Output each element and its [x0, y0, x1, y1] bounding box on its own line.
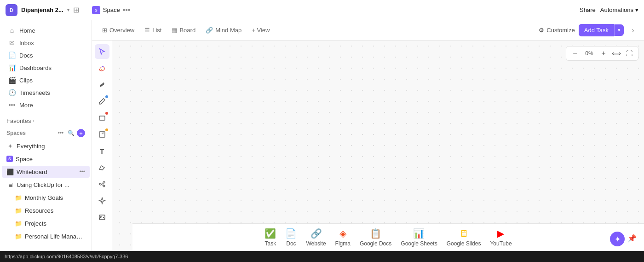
share-button[interactable]: Share — [580, 6, 596, 13]
spaces-add-button[interactable]: + — [77, 129, 85, 137]
spaces-more-icon[interactable]: ••• — [57, 129, 65, 137]
canvas-area[interactable]: − 0% + ⟺ ⛶ ✅ Task 📄 Do — [112, 41, 644, 251]
link-tool-button[interactable] — [95, 77, 109, 92]
header-right: Share Automations ▾ — [580, 6, 638, 13]
more-icon: ••• — [8, 101, 16, 109]
bottom-toolbar: ✅ Task 📄 Doc 🔗 Website ◈ — [132, 223, 644, 251]
dashboards-icon: 📊 — [8, 64, 16, 71]
spaces-actions: ••• 🔍 + — [57, 129, 85, 137]
sidebar-item-home[interactable]: ⌂ Home — [2, 24, 90, 36]
website-tool-icon: 🔗 — [310, 228, 322, 239]
whiteboard-icon: ⬛ — [6, 168, 14, 175]
list-tab-icon: ☰ — [144, 27, 150, 34]
main-area: ⌂ Home ✉ Inbox 📄 Docs 📊 Dashboards 🎬 — [0, 20, 644, 251]
automations-chevron-icon: ▾ — [635, 6, 638, 13]
tab-overview[interactable]: ⊞ Overview — [98, 24, 139, 36]
personal-life-label: Personal Life Management — [25, 233, 85, 240]
space-item-label: Space — [16, 156, 72, 163]
help-button[interactable]: ✦ — [610, 232, 625, 246]
image-tool-button[interactable] — [95, 210, 109, 225]
sidebar-item-dashboards[interactable]: 📊 Dashboards — [2, 62, 90, 74]
sidebar-item-timesheets[interactable]: 🕐 Timesheets — [2, 87, 90, 99]
space-add-icon[interactable]: + — [81, 155, 85, 163]
sidebar-item-whiteboard[interactable]: ⬛ Whiteboard ••• — [2, 166, 90, 178]
sparkle-icon — [98, 197, 106, 204]
zoom-out-button[interactable]: − — [570, 48, 580, 58]
pin-button[interactable]: 📌 — [626, 232, 638, 245]
whiteboard-canvas[interactable]: T — [92, 41, 644, 251]
header-left: D Dipanjenah 2... ▾ ⊞ S Space ••• — [6, 4, 130, 16]
bottom-tool-figma[interactable]: ◈ Figma — [335, 228, 351, 247]
resources-icon: 📁 — [15, 207, 22, 214]
workspace-name[interactable]: Dipanjenah 2... — [21, 6, 63, 13]
select-icon — [98, 48, 106, 55]
using-clickup-more-icon[interactable]: ••• — [75, 181, 80, 188]
sidebar-item-personal-life[interactable]: 📁 Personal Life Management — [2, 230, 90, 242]
bottom-tool-google-docs[interactable]: 📋 Google Docs — [360, 228, 391, 247]
overview-tab-icon: ⊞ — [102, 27, 107, 34]
bottom-tool-doc[interactable]: 📄 Doc — [285, 228, 297, 247]
space-label[interactable]: Space — [103, 6, 120, 13]
sidebar-item-everything[interactable]: ✦ Everything — [2, 140, 90, 152]
network-icon — [98, 180, 106, 188]
sidebar-item-more[interactable]: ••• More — [2, 99, 90, 111]
add-task-btn-group: Add Task ▾ — [579, 24, 624, 36]
sidebar-item-space[interactable]: S Space ••• + — [2, 153, 90, 165]
bottom-tool-youtube[interactable]: ▶ YouTube — [490, 228, 512, 247]
zoom-in-button[interactable]: + — [598, 48, 609, 58]
add-view-button[interactable]: + View — [247, 24, 274, 36]
spaces-search-icon[interactable]: 🔍 — [67, 129, 75, 137]
shape-dot — [105, 112, 108, 115]
add-task-button[interactable]: Add Task — [579, 24, 614, 36]
eraser-tool-button[interactable] — [95, 160, 109, 175]
home-icon: ⌂ — [8, 27, 16, 34]
sparkle-tool-button[interactable] — [95, 193, 109, 208]
svg-rect-2 — [99, 116, 105, 120]
using-clickup-add-icon[interactable]: + — [81, 181, 85, 188]
google-sheets-tool-icon: 📊 — [413, 228, 425, 239]
zoom-fullscreen-button[interactable]: ⛶ — [624, 48, 634, 58]
inbox-icon: ✉ — [8, 39, 16, 47]
view-tabs: ⊞ Overview ☰ List ▦ Board 🔗 Mind Map — [98, 24, 274, 36]
view-toolbar: ⊞ Overview ☰ List ▦ Board 🔗 Mind Map — [92, 20, 644, 41]
sidebar-item-monthly-goals[interactable]: 📁 Monthly Goals — [2, 192, 90, 204]
pen-tool-button[interactable] — [95, 94, 109, 109]
link-icon — [98, 81, 106, 88]
tab-mind-map[interactable]: 🔗 Mind Map — [201, 24, 246, 36]
select-tool-button[interactable] — [95, 44, 109, 59]
sticky-tool-button[interactable] — [95, 127, 109, 142]
text-tool-button[interactable]: T — [95, 144, 109, 158]
automations-button[interactable]: Automations ▾ — [600, 6, 638, 13]
layout-toggle-icon[interactable]: ⊞ — [73, 6, 79, 14]
workspace-avatar[interactable]: D — [6, 4, 17, 16]
draw-tool-button[interactable] — [95, 61, 109, 76]
mind-map-tab-icon: 🔗 — [206, 27, 213, 34]
favorites-row[interactable]: Favorites › — [0, 115, 92, 127]
shape-tool-button[interactable] — [95, 111, 109, 125]
customize-button[interactable]: ⚙ Customize — [539, 27, 575, 34]
workspace-chevron-icon[interactable]: ▾ — [67, 7, 69, 12]
zoom-fit-button[interactable]: ⟺ — [611, 48, 621, 58]
bottom-tool-google-slides[interactable]: 🖥 Google Slides — [447, 228, 481, 247]
sidebar-item-projects[interactable]: 📁 Projects — [2, 217, 90, 229]
network-tool-button[interactable] — [95, 177, 109, 192]
sidebar-item-inbox[interactable]: ✉ Inbox — [2, 37, 90, 49]
personal-life-icon: 📁 — [15, 233, 22, 240]
sidebar-item-resources[interactable]: 📁 Resources — [2, 204, 90, 216]
space-more-icon[interactable]: ••• — [75, 156, 80, 162]
add-task-dropdown-button[interactable]: ▾ — [614, 24, 624, 36]
monthly-goals-icon: 📁 — [15, 194, 22, 201]
tab-list[interactable]: ☰ List — [140, 24, 166, 36]
whiteboard-more-icon[interactable]: ••• — [79, 169, 85, 175]
sidebar-item-using-clickup[interactable]: 🖥 Using ClickUp for ... ••• + — [2, 179, 90, 191]
sidebar-item-clips[interactable]: 🎬 Clips — [2, 74, 90, 86]
sidebar-item-docs[interactable]: 📄 Docs — [2, 49, 90, 61]
status-bar: https://app.clickup.com/9016408583/v/wb/… — [0, 251, 644, 262]
tab-board[interactable]: ▦ Board — [167, 24, 200, 36]
bottom-tool-task[interactable]: ✅ Task — [264, 228, 276, 247]
bottom-tool-website[interactable]: 🔗 Website — [306, 228, 326, 247]
space-options-icon[interactable]: ••• — [123, 6, 131, 14]
google-docs-tool-icon: 📋 — [370, 228, 381, 239]
bottom-tool-google-sheets[interactable]: 📊 Google Sheets — [401, 228, 437, 247]
toolbar-collapse-button[interactable]: › — [627, 25, 638, 36]
